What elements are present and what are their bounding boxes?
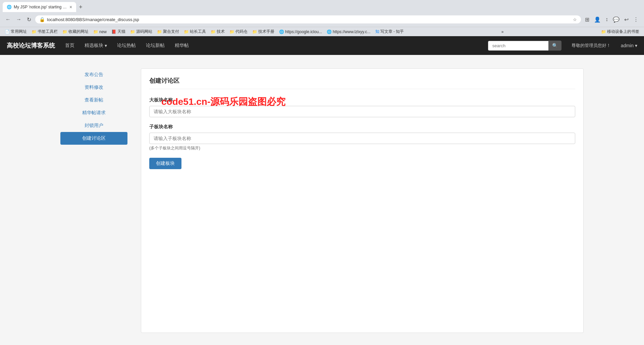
- bookmark-yuanma[interactable]: 📁 源码网站: [128, 28, 154, 35]
- sub-block-input[interactable]: [149, 133, 575, 144]
- admin-dropdown-icon: ▾: [635, 43, 637, 48]
- bookmark-label: 站长工具: [190, 29, 206, 34]
- bookmark-tools[interactable]: 📁 站长工具: [182, 28, 208, 35]
- bookmark-folder-icon: 📁: [93, 29, 98, 34]
- tab-title: My JSP 'notice.jsp' starting p...: [14, 5, 67, 9]
- nav-featured-dropdown-icon: ▾: [105, 43, 107, 48]
- nav-featured[interactable]: 精选板块 ▾: [85, 43, 107, 49]
- bookmark-folder-icon: 📁: [62, 29, 67, 34]
- bookmark-常用网址[interactable]: 📄 常用网址: [3, 28, 29, 35]
- bookmark-folder-icon: 📁: [32, 29, 37, 34]
- bookmark-zhihu[interactable]: 知 写文章 - 知乎: [373, 28, 406, 35]
- bookmark-code-repo[interactable]: 📁 代码仓: [227, 28, 250, 35]
- bookmark-juhe[interactable]: 📁 聚合支付: [155, 28, 181, 35]
- menu-btn[interactable]: ⋮: [632, 15, 640, 24]
- bookmark-tech[interactable]: 📁 技术: [209, 28, 227, 35]
- back-btn[interactable]: ←: [4, 15, 12, 24]
- sub-block-hint: (多个子板块之间用逗号隔开): [149, 145, 575, 151]
- forward-btn[interactable]: →: [15, 15, 23, 24]
- sidebar-item-create-discuss[interactable]: 创建讨论区: [60, 132, 127, 145]
- new-tab-btn[interactable]: +: [76, 4, 85, 11]
- bookmark-folder-icon: 📁: [157, 29, 162, 34]
- bookmark-folder-icon: 📁: [211, 29, 216, 34]
- bookmark-label: 书签工具栏: [38, 29, 58, 34]
- bookmark-folder-icon: 📁: [229, 29, 234, 34]
- bookmark-more-btn[interactable]: »: [500, 29, 505, 35]
- tab-favicon: 🌐: [7, 5, 12, 9]
- bookmark-icon: 📕: [111, 29, 116, 34]
- bookmark-icon: 知: [375, 29, 379, 34]
- bookmark-folder-icon: 📁: [252, 29, 257, 34]
- security-icon: 🔒: [39, 17, 45, 22]
- site-nav: 高校论坛博客系统 首页 精选板块 ▾ 论坛热帖 论坛新帖 精华帖 🔍 尊敬的管理…: [0, 36, 644, 55]
- bookmark-label: 收藏的网址: [68, 29, 89, 34]
- sidebar-item-block-user[interactable]: 封锁用户: [60, 119, 127, 132]
- refresh-btn[interactable]: ↻: [25, 15, 33, 24]
- sidebar-item-edit-profile[interactable]: 资料修改: [60, 81, 127, 94]
- sidebar-item-best-request[interactable]: 精华帖请求: [60, 107, 127, 119]
- admin-welcome: 尊敬的管理员您好！: [572, 43, 611, 49]
- admin-dropdown[interactable]: admin ▾: [621, 43, 637, 48]
- main-block-group: 大板块名称: [149, 97, 575, 117]
- sidebar-item-publish-notice[interactable]: 发布公告: [60, 68, 127, 81]
- bookmark-new[interactable]: 📁 new: [91, 29, 109, 35]
- bookmark-star-btn[interactable]: ☆: [573, 17, 577, 22]
- chat-btn[interactable]: 💬: [611, 15, 621, 24]
- bookmark-label: 技术手册: [258, 29, 274, 34]
- bookmark-icon: 📁: [601, 29, 606, 34]
- bookmark-folder-icon: 📄: [5, 29, 10, 34]
- bookmark-label: https://www.lzlxyy.c...: [333, 29, 370, 34]
- bookmark-label: 常用网址: [11, 29, 27, 34]
- form-title: 创建讨论区: [149, 77, 575, 89]
- bookmark-folder-icon: 📁: [130, 29, 135, 34]
- create-block-btn[interactable]: 创建板块: [149, 158, 181, 169]
- bookmark-mobile[interactable]: 📁 移动设备上的书签: [599, 28, 641, 35]
- extensions-btn[interactable]: ⊞: [584, 15, 591, 24]
- nav-new[interactable]: 论坛新帖: [146, 41, 165, 50]
- sync-btn[interactable]: ↕: [604, 15, 609, 24]
- search-btn[interactable]: 🔍: [548, 41, 561, 51]
- bookmark-label: 源码网站: [136, 29, 152, 34]
- bookmark-label: 天猫: [117, 29, 125, 34]
- search-wrap: 🔍: [488, 41, 561, 51]
- browser-tab[interactable]: 🌐 My JSP 'notice.jsp' starting p... ×: [3, 2, 76, 12]
- sidebar: 发布公告 资料修改 查看新帖 精华帖请求 封锁用户 创建讨论区: [60, 68, 127, 333]
- address-input-wrap: 🔒 ☆: [35, 15, 581, 23]
- bookmarks-bar: 📄 常用网址 📁 书签工具栏 📁 收藏的网址 📁 new 📕 天猫 📁 源码网站…: [0, 27, 644, 36]
- bookmark-label: new: [99, 29, 107, 34]
- bookmark-icon: 🌐: [327, 29, 332, 34]
- sub-block-group: 子板块名称 (多个子板块之间用逗号隔开): [149, 124, 575, 151]
- main-block-label: 大板块名称: [149, 97, 575, 103]
- bookmark-tech-manual[interactable]: 📁 技术手册: [250, 28, 276, 35]
- bookmark-folder-icon: 📁: [184, 29, 189, 34]
- address-input[interactable]: [47, 17, 571, 22]
- bookmark-label: 代码仓: [235, 29, 248, 34]
- nav-featured-label: 精选板块: [85, 43, 103, 49]
- search-input[interactable]: [488, 41, 548, 51]
- address-bar: ← → ↻ 🔒 ☆ ⊞ 👤 ↕ 💬 ↩ ⋮: [0, 12, 644, 27]
- nav-hot[interactable]: 论坛热帖: [117, 41, 136, 50]
- tab-close-btn[interactable]: ×: [69, 4, 72, 10]
- bookmark-google[interactable]: 🌐 https://google.iclou...: [277, 29, 324, 35]
- bookmark-label: 移动设备上的书签: [607, 29, 639, 34]
- bookmark-label: https://google.iclou...: [285, 29, 322, 34]
- bookmark-lzlxyy[interactable]: 🌐 https://www.lzlxyy.c...: [325, 29, 372, 35]
- main-block-input[interactable]: [149, 106, 575, 117]
- bookmark-书签工具栏[interactable]: 📁 书签工具栏: [30, 28, 60, 35]
- nav-home[interactable]: 首页: [65, 41, 74, 50]
- nav-best[interactable]: 精华帖: [175, 41, 189, 50]
- profile-btn[interactable]: 👤: [593, 15, 602, 24]
- bookmark-tianmao[interactable]: 📕 天猫: [109, 28, 127, 35]
- admin-label: admin: [621, 43, 634, 48]
- bookmark-label: 写文章 - 知乎: [380, 29, 404, 34]
- bookmark-label: 聚合支付: [163, 29, 179, 34]
- site-logo: 高校论坛博客系统: [7, 42, 55, 50]
- form-container: code51.cn-源码乐园盗图必究 创建讨论区 大板块名称 子板块名称 (多个…: [141, 68, 584, 333]
- bookmark-label: 技术: [217, 29, 225, 34]
- history-back-btn[interactable]: ↩: [623, 15, 630, 24]
- sidebar-item-view-new-posts[interactable]: 查看新帖: [60, 94, 127, 107]
- sub-block-label: 子板块名称: [149, 124, 575, 130]
- bookmark-收藏的网址[interactable]: 📁 收藏的网址: [60, 28, 91, 35]
- bookmark-icon: 🌐: [279, 29, 284, 34]
- main-content: 发布公告 资料修改 查看新帖 精华帖请求 封锁用户 创建讨论区 code51.c…: [0, 55, 644, 345]
